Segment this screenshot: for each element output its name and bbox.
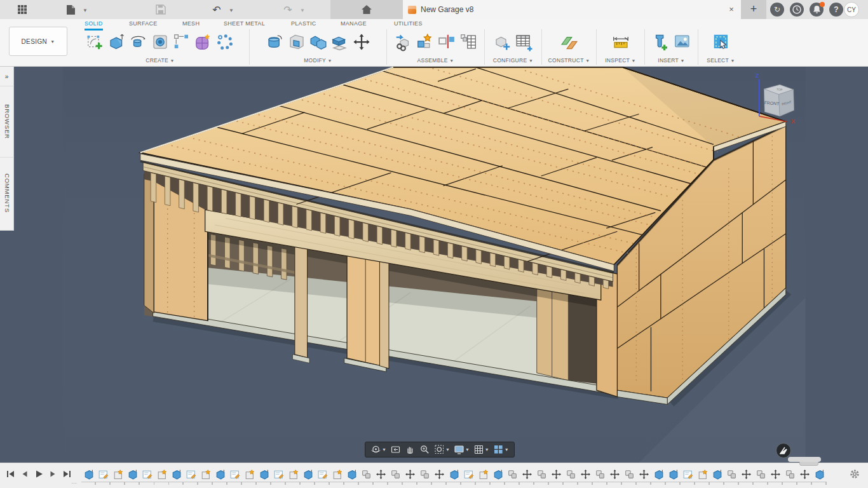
timeline-feature-extrude[interactable]: [169, 468, 184, 480]
new-tab-button[interactable]: +: [741, 0, 766, 19]
timeline-feature-component[interactable]: [242, 468, 257, 480]
group-label-configure[interactable]: CONFIGURE ▼: [493, 57, 534, 65]
group-label-inspect[interactable]: INSPECT ▼: [605, 57, 636, 65]
fit-icon[interactable]: ▼: [434, 444, 450, 455]
save-icon[interactable]: [153, 2, 169, 17]
timeline-feature-sketch[interactable]: [461, 468, 476, 480]
timeline-feature-move[interactable]: [520, 468, 534, 480]
timeline-feature-move[interactable]: [578, 468, 593, 480]
timeline-feature-copy[interactable]: [724, 468, 739, 480]
timeline-feature-sketch[interactable]: [184, 468, 198, 480]
select-icon[interactable]: [712, 32, 731, 54]
ribbon-tab-surface[interactable]: SURFACE: [129, 20, 158, 29]
orbit-icon[interactable]: ▼: [370, 444, 386, 455]
timeline-settings-gear-icon[interactable]: [849, 468, 860, 482]
avatar[interactable]: CY: [844, 2, 859, 17]
timeline-feature-extrude[interactable]: [651, 468, 666, 480]
timeline-feature-sketch[interactable]: [315, 468, 330, 480]
document-tab[interactable]: New Garage v8 ×: [403, 0, 741, 19]
ribbon-tab-sheet-metal[interactable]: SHEET METAL: [224, 20, 265, 29]
job-status-icon[interactable]: [790, 3, 804, 17]
timeline-feature-copy[interactable]: [359, 468, 374, 480]
timeline-feature-component[interactable]: [476, 468, 491, 480]
zoom-icon[interactable]: [419, 444, 430, 455]
timeline-feature-extrude[interactable]: [125, 468, 140, 480]
go-to-start-button[interactable]: [5, 467, 17, 481]
timeline-feature-copy[interactable]: [593, 468, 607, 480]
measure-icon[interactable]: [611, 32, 630, 54]
revolve-icon[interactable]: [129, 32, 148, 54]
timeline-feature-component[interactable]: [198, 468, 213, 480]
ribbon-tab-utilities[interactable]: UTILITIES: [394, 20, 423, 29]
look-at-icon[interactable]: [390, 444, 401, 455]
timeline-feature-component[interactable]: [111, 468, 125, 480]
timeline-feature-extrude[interactable]: [301, 468, 315, 480]
expand-panel-icon[interactable]: »: [0, 67, 13, 86]
timeline-feature-move[interactable]: [637, 468, 651, 480]
construction-plane-icon[interactable]: [560, 32, 579, 54]
split-body-icon[interactable]: [330, 32, 349, 54]
form-icon[interactable]: [194, 32, 213, 54]
scrollbar-thumb[interactable]: [788, 457, 821, 462]
home-tab[interactable]: [330, 0, 403, 19]
sidebar-tab-browser[interactable]: BROWSER: [0, 86, 14, 157]
timeline-feature-copy[interactable]: [388, 468, 403, 480]
joint-icon[interactable]: [416, 32, 435, 54]
ribbon-tab-plastic[interactable]: PLASTIC: [291, 20, 316, 29]
sidebar-tab-comments[interactable]: COMMENTS: [0, 157, 14, 228]
display-settings-icon[interactable]: ▼: [454, 444, 470, 455]
timeline-feature-move[interactable]: [403, 468, 417, 480]
navigation-fly-button[interactable]: [776, 443, 791, 458]
help-icon[interactable]: ?: [829, 3, 843, 17]
timeline-feature-extrude[interactable]: [81, 468, 96, 480]
timeline-feature-sketch[interactable]: [96, 468, 111, 480]
timeline-feature-move[interactable]: [374, 468, 388, 480]
timeline-feature-move[interactable]: [768, 468, 783, 480]
shell-icon[interactable]: [287, 32, 306, 54]
timeline-feature-extrude[interactable]: [447, 468, 461, 480]
group-label-select[interactable]: SELECT ▼: [707, 57, 735, 65]
step-forward-button[interactable]: [47, 467, 58, 481]
grid-layout-icon[interactable]: ▼: [473, 444, 489, 455]
timeline-feature-component[interactable]: [695, 468, 710, 480]
timeline-ruler[interactable]: [81, 482, 827, 485]
file-icon[interactable]: [62, 2, 79, 17]
pattern-icon[interactable]: [172, 32, 191, 54]
timeline-feature-extrude[interactable]: [257, 468, 271, 480]
timeline-feature-copy[interactable]: [622, 468, 637, 480]
timeline-feature-copy[interactable]: [534, 468, 549, 480]
timeline-feature-move[interactable]: [549, 468, 564, 480]
timeline-feature-sketch[interactable]: [227, 468, 242, 480]
timeline-feature-copy[interactable]: [417, 468, 432, 480]
timeline-feature-sketch[interactable]: [140, 468, 154, 480]
timeline-feature-extrude[interactable]: [213, 468, 227, 480]
group-label-create[interactable]: CREATE ▼: [146, 57, 175, 65]
model-canvas[interactable]: FRONT RIGHT TOP Z X ▼▼▼▼▼: [0, 67, 868, 463]
redo-icon[interactable]: ↷: [280, 2, 296, 17]
joint-origin-icon[interactable]: [437, 32, 456, 54]
timeline-feature-extrude[interactable]: [344, 468, 359, 480]
ribbon-tab-mesh[interactable]: MESH: [182, 20, 200, 29]
timeline-feature-extrude[interactable]: [812, 468, 827, 480]
configuration-icon[interactable]: [493, 32, 512, 54]
undo-icon[interactable]: ↶: [208, 2, 225, 17]
create-sketch-icon[interactable]: [86, 32, 105, 54]
timeline-feature-extrude[interactable]: [666, 468, 681, 480]
close-tab-icon[interactable]: ×: [726, 4, 737, 15]
timeline-feature-extrude[interactable]: [491, 468, 505, 480]
timeline-feature-move[interactable]: [739, 468, 754, 480]
insert-fastener-icon[interactable]: [651, 32, 670, 54]
timeline-feature-copy[interactable]: [564, 468, 578, 480]
ribbon-tab-manage[interactable]: MANAGE: [341, 20, 367, 29]
app-grid-icon[interactable]: [14, 2, 31, 17]
combine-icon[interactable]: [309, 32, 328, 54]
pan-icon[interactable]: [405, 444, 416, 455]
group-label-modify[interactable]: MODIFY ▼: [304, 57, 332, 65]
timeline-feature-move[interactable]: [432, 468, 447, 480]
new-component-icon[interactable]: [394, 32, 413, 54]
config-table-icon[interactable]: [515, 32, 534, 54]
group-label-insert[interactable]: INSERT ▼: [658, 57, 685, 65]
timeline-feature-component[interactable]: [286, 468, 301, 480]
step-back-button[interactable]: [19, 467, 31, 481]
undo-caret-icon[interactable]: ▼: [229, 8, 234, 13]
